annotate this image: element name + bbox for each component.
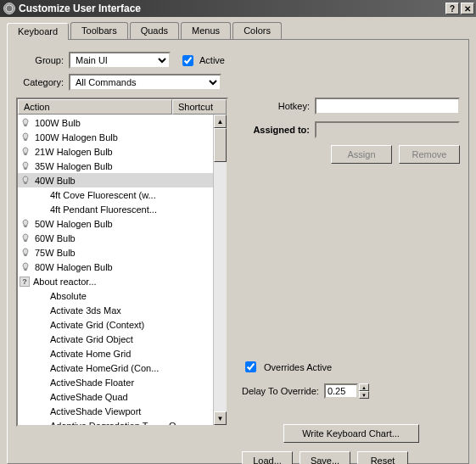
question-icon: ? — [20, 277, 30, 287]
list-item[interactable]: ActiveShade Viewport — [18, 404, 213, 418]
list-item-label: Activate Home Grid — [50, 349, 169, 359]
bulb-icon — [20, 132, 31, 143]
list-item[interactable]: 40W Bulb — [18, 173, 213, 187]
hotkey-input[interactable] — [315, 98, 460, 115]
blank-icon — [20, 392, 31, 402]
svg-rect-1 — [25, 125, 27, 126]
list-item[interactable]: Absolute — [18, 288, 213, 303]
assigned-to-label: Assigned to: — [242, 125, 310, 135]
delay-override-label: Delay To Override: — [242, 386, 319, 396]
tab-colors[interactable]: Colors — [232, 22, 282, 39]
client-area: Keyboard Toolbars Quads Menus Colors Gro… — [0, 17, 476, 464]
help-button[interactable]: ? — [445, 3, 459, 14]
category-label: Category: — [16, 77, 64, 87]
list-item[interactable]: 4ft Cove Fluorescent (w... — [18, 187, 213, 202]
remove-button[interactable]: Remove — [399, 145, 460, 164]
list-item[interactable]: Adaptive Degradation T...O — [18, 418, 213, 425]
bulb-icon — [20, 161, 31, 171]
list-item[interactable]: 75W Bulb — [18, 245, 213, 260]
listview-scrollbar[interactable]: ▲ ▼ — [213, 115, 227, 425]
list-item-label: 4ft Cove Fluorescent (w... — [50, 190, 169, 200]
blank-icon — [20, 349, 31, 359]
svg-rect-9 — [25, 269, 27, 271]
list-item[interactable]: 35W Halogen Bulb — [18, 159, 213, 173]
list-item-label: Activate 3ds Max — [50, 305, 169, 316]
list-item-label: Activate Grid (Context) — [50, 320, 169, 330]
list-item[interactable]: Activate Grid (Context) — [18, 317, 213, 332]
list-item[interactable]: 100W Bulb — [18, 115, 213, 130]
blank-icon — [20, 334, 31, 344]
list-item[interactable]: Activate Home Grid — [18, 346, 213, 361]
blank-icon — [20, 190, 31, 200]
scroll-up-button[interactable]: ▲ — [214, 115, 227, 128]
list-item-label: ActiveShade Floater — [50, 377, 169, 388]
load-button[interactable]: Load... — [242, 451, 293, 464]
scroll-track[interactable] — [214, 162, 227, 411]
list-item-label: ActiveShade Quad — [50, 392, 169, 402]
list-item[interactable]: ActiveShade Floater — [18, 375, 213, 389]
list-item[interactable]: ?About reactor... — [18, 274, 213, 288]
list-item-label: 80W Halogen Bulb — [35, 262, 169, 272]
tab-toolbars[interactable]: Toolbars — [70, 22, 128, 39]
svg-rect-4 — [25, 168, 27, 170]
window-title: Customize User Interface — [19, 3, 445, 14]
svg-rect-5 — [25, 182, 27, 184]
blank-icon — [20, 204, 31, 215]
write-keyboard-chart-button[interactable]: Write Keyboard Chart... — [283, 424, 419, 443]
list-item[interactable]: 50W Halogen Bulb — [18, 216, 213, 231]
group-active-label: Active — [199, 55, 225, 65]
list-item-label: 50W Halogen Bulb — [35, 219, 169, 229]
list-item[interactable]: 100W Halogen Bulb — [18, 130, 213, 144]
list-item[interactable]: 4ft Pendant Fluorescent... — [18, 202, 213, 216]
action-listview[interactable]: Action Shortcut 100W Bulb100W Halogen Bu… — [16, 98, 228, 427]
delay-override-input[interactable] — [324, 383, 358, 399]
list-item[interactable]: Activate HomeGrid (Con... — [18, 361, 213, 375]
bulb-icon — [20, 176, 31, 186]
col-shortcut[interactable]: Shortcut — [172, 99, 227, 115]
tab-strip: Keyboard Toolbars Quads Menus Colors — [7, 22, 469, 40]
save-button[interactable]: Save... — [300, 451, 350, 464]
group-select[interactable]: Main UI — [69, 52, 171, 69]
list-item[interactable]: Activate Grid Object — [18, 332, 213, 346]
scroll-thumb[interactable] — [214, 128, 227, 162]
col-action[interactable]: Action — [18, 99, 172, 115]
svg-rect-8 — [25, 254, 27, 256]
category-select[interactable]: All Commands — [69, 74, 221, 91]
assign-button[interactable]: Assign — [331, 145, 392, 164]
tab-quads[interactable]: Quads — [130, 22, 179, 39]
list-item-label: 100W Halogen Bulb — [35, 132, 169, 143]
list-item-label: 4ft Pendant Fluorescent... — [50, 204, 169, 215]
list-item-label: About reactor... — [33, 277, 169, 287]
group-label: Group: — [16, 55, 64, 65]
list-item-label: ActiveShade Viewport — [50, 406, 169, 416]
svg-rect-3 — [25, 154, 27, 155]
list-item[interactable]: 80W Halogen Bulb — [18, 260, 213, 274]
titlebar[interactable]: Customize User Interface ? ✕ — [0, 0, 476, 17]
list-item-label: 35W Halogen Bulb — [35, 161, 169, 171]
blank-icon — [20, 291, 31, 301]
svg-rect-7 — [25, 240, 27, 242]
svg-rect-6 — [25, 226, 27, 227]
blank-icon — [20, 406, 31, 416]
delay-spin-up[interactable]: ▲ — [359, 383, 369, 391]
delay-spin-down[interactable]: ▼ — [359, 391, 369, 399]
overrides-active-checkbox[interactable] — [245, 361, 256, 372]
list-item[interactable]: Activate 3ds Max — [18, 303, 213, 317]
tab-pane-keyboard: Group: Main UI Active Category: All Comm… — [7, 40, 469, 464]
list-item-label: 60W Bulb — [35, 233, 169, 243]
tab-keyboard[interactable]: Keyboard — [7, 23, 69, 40]
overrides-active-label: Overrides Active — [264, 362, 332, 372]
bulb-icon — [20, 262, 31, 272]
blank-icon — [20, 320, 31, 330]
scroll-down-button[interactable]: ▼ — [214, 411, 227, 425]
reset-button[interactable]: Reset — [357, 451, 408, 464]
list-item-shortcut: O — [169, 421, 211, 426]
group-active-checkbox[interactable] — [182, 55, 193, 66]
list-item[interactable]: 60W Bulb — [18, 231, 213, 245]
list-item[interactable]: 21W Halogen Bulb — [18, 144, 213, 159]
bulb-icon — [20, 118, 31, 128]
close-button[interactable]: ✕ — [461, 3, 474, 14]
list-item-label: 75W Bulb — [35, 248, 169, 258]
tab-menus[interactable]: Menus — [181, 22, 231, 39]
list-item[interactable]: ActiveShade Quad — [18, 389, 213, 404]
